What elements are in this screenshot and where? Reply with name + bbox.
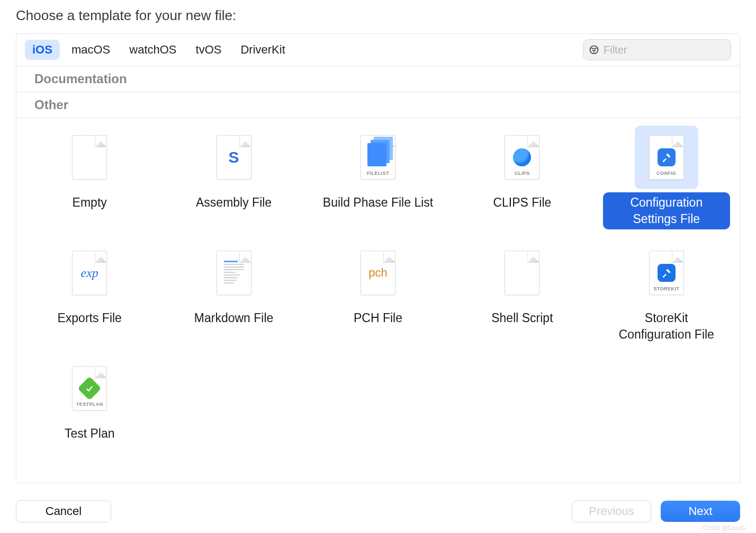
template-label: Markdown File [188, 308, 280, 328]
template-item-filelist[interactable]: FILELIST Build Phase File List [308, 123, 448, 229]
watermark: CSDN @CaryG [703, 525, 745, 531]
sphere-icon [513, 148, 531, 166]
template-label: StoreKit Configuration File [603, 308, 730, 345]
badge-text: FILELIST [361, 171, 395, 176]
template-label: PCH File [347, 308, 409, 328]
filter-icon [589, 44, 599, 56]
template-label: Empty [66, 192, 113, 213]
template-panel: iOS macOS watchOS tvOS DriverKit Documen… [16, 33, 740, 483]
template-item-shell[interactable]: Shell Script [452, 239, 592, 345]
new-file-template-dialog: Choose a template for your new file: iOS… [0, 0, 756, 533]
filter-box[interactable] [583, 39, 731, 60]
exports-icon: exp [72, 251, 107, 295]
tab-watchos[interactable]: watchOS [122, 40, 184, 60]
hammer-icon [658, 148, 676, 166]
badge-text: CONFIG [650, 171, 683, 176]
clips-icon: CLIPS [505, 135, 539, 180]
template-label: Configuration Settings File [603, 192, 730, 229]
tab-driverkit[interactable]: DriverKit [233, 40, 292, 60]
badge-text: CLIPS [505, 171, 539, 176]
tab-macos[interactable]: macOS [64, 40, 118, 60]
check-icon [78, 377, 102, 401]
template-item-config[interactable]: CONFIG Configuration Settings File [597, 123, 736, 229]
markdown-icon [217, 251, 251, 295]
testplan-icon: TESTPLAN [72, 366, 107, 411]
filelist-icon: FILELIST [361, 135, 395, 180]
template-item-pch[interactable]: pch PCH File [308, 239, 448, 345]
section-header-other: Other [16, 92, 740, 118]
tab-tvos[interactable]: tvOS [188, 40, 229, 60]
dialog-footer: Cancel Previous Next [16, 483, 740, 522]
config-icon: CONFIG [649, 135, 684, 180]
exp-mark-icon: exp [81, 266, 98, 280]
section-header-documentation: Documentation [16, 66, 740, 92]
hammer-icon [658, 264, 676, 282]
template-item-storekit[interactable]: STOREKIT StoreKit Configuration File [597, 239, 736, 345]
template-label: Shell Script [485, 308, 559, 328]
template-label: Test Plan [58, 423, 121, 444]
template-item-exports[interactable]: exp Exports File [20, 239, 159, 345]
template-label: CLIPS File [487, 192, 557, 213]
storekit-icon: STOREKIT [649, 251, 684, 295]
file-icon: S [217, 135, 251, 180]
template-item-markdown[interactable]: Markdown File [164, 239, 303, 345]
next-button[interactable]: Next [661, 501, 740, 522]
template-grid-area: Empty S Assembly File FILELIST Build Pha… [16, 118, 740, 483]
file-icon [72, 135, 107, 180]
badge-text: TESTPLAN [73, 402, 106, 407]
template-item-clips[interactable]: CLIPS CLIPS File [452, 123, 592, 229]
platform-tabbar: iOS macOS watchOS tvOS DriverKit [16, 34, 740, 66]
badge-text: STOREKIT [650, 286, 683, 291]
previous-button: Previous [572, 500, 651, 522]
assembly-mark-icon: S [229, 149, 239, 165]
template-item-assembly[interactable]: S Assembly File [164, 123, 303, 229]
tab-ios[interactable]: iOS [25, 40, 60, 60]
shell-icon [505, 251, 539, 295]
template-item-testplan[interactable]: TESTPLAN Test Plan [20, 354, 159, 444]
markdown-lines-icon [224, 261, 244, 285]
template-label: Assembly File [190, 192, 278, 213]
pch-icon: pch [361, 251, 395, 295]
dialog-title: Choose a template for your new file: [16, 7, 740, 24]
pch-mark-icon: pch [368, 266, 387, 280]
filter-input[interactable] [604, 44, 725, 56]
cancel-button[interactable]: Cancel [16, 500, 111, 522]
template-item-empty[interactable]: Empty [20, 123, 159, 229]
template-label: Exports File [51, 308, 128, 328]
template-label: Build Phase File List [317, 192, 439, 213]
template-grid: Empty S Assembly File FILELIST Build Pha… [20, 123, 736, 444]
